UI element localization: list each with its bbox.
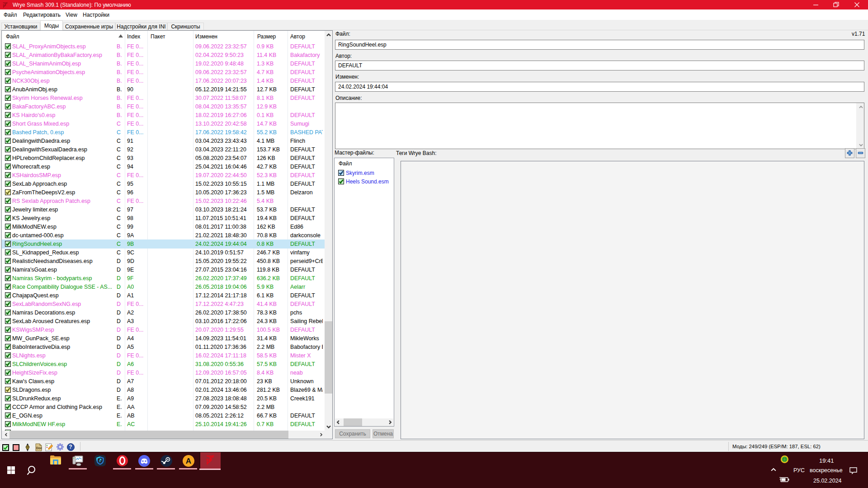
svg-text:Doc: Doc [36, 446, 42, 450]
svg-text:A: A [186, 457, 191, 465]
